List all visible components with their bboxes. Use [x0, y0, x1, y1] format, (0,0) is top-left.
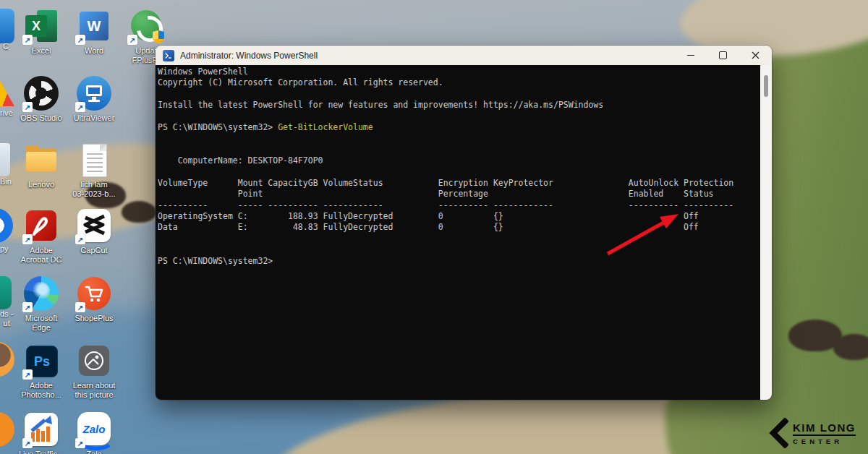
shortcut-arrow-icon: ↗	[22, 102, 33, 112]
desktop-icon-ultraviewer[interactable]: ↗ UltraViewer	[67, 76, 122, 123]
shortcut-arrow-icon: ↗	[22, 438, 33, 448]
desktop-icon-adobe-acrobat[interactable]: ↗ Adobe Acrobat DC	[14, 208, 69, 265]
traffic-chart-icon: ↗	[24, 412, 59, 447]
word-icon: W ↗	[77, 9, 111, 43]
shortcut-arrow-icon: ↗	[22, 35, 33, 45]
desktop-icon-microsoft-edge[interactable]: ↗ Microsoft Edge	[14, 276, 69, 333]
icon-label: Microsoft Edge	[25, 314, 58, 333]
shortcut-arrow-icon: ↗	[75, 102, 85, 112]
icon-label: OBS Studio	[20, 113, 61, 123]
shortcut-arrow-icon: ↗	[127, 35, 137, 45]
icon-label: Learn about this picture	[73, 381, 116, 400]
excel-icon: X ↗	[24, 9, 59, 43]
logo-divider	[793, 434, 856, 436]
bison-shape	[833, 334, 868, 360]
desktop-icon-adobe-photoshop[interactable]: Ps ↗ Adobe Photosho...	[14, 343, 69, 400]
maximize-icon	[719, 51, 727, 59]
icon-label: Excel	[32, 46, 51, 56]
icon-label: Adobe Photosho...	[21, 381, 61, 400]
shortcut-arrow-icon: ↗	[75, 234, 85, 244]
powershell-icon	[163, 50, 174, 61]
scrollbar-track[interactable]	[760, 65, 772, 400]
desktop-icon-obs-studio[interactable]: ↗ OBS Studio	[14, 76, 69, 123]
ultraviewer-icon: ↗	[77, 76, 111, 111]
bison-shape	[122, 201, 156, 223]
partial-desktop-icon[interactable]	[0, 9, 14, 43]
capcut-icon: ↗	[77, 208, 111, 243]
window-title: Administrator: Windows PowerShell	[180, 51, 318, 61]
recycle-bin-icon[interactable]	[0, 143, 10, 176]
maximize-button[interactable]	[707, 46, 739, 65]
icon-label: Word	[85, 46, 103, 56]
shortcut-arrow-icon: ↗	[22, 369, 33, 380]
adobe-acrobat-icon: ↗	[24, 208, 59, 243]
icon-label: Live Traffic...	[19, 450, 64, 454]
partial-icon-label: C	[3, 42, 9, 51]
close-button[interactable]	[739, 46, 772, 65]
shortcut-arrow-icon: ↗	[22, 234, 33, 244]
minimize-button[interactable]	[674, 46, 707, 65]
icon-label: ShopePlus	[75, 314, 113, 323]
partial-icon-label: ds - ut	[0, 309, 13, 328]
shortcut-arrow-icon: ↗	[75, 302, 85, 312]
minimize-icon	[687, 55, 694, 56]
microsoft-edge-icon: ↗	[24, 276, 59, 311]
close-icon	[752, 51, 760, 59]
partial-desktop-icon[interactable]	[0, 276, 12, 309]
icon-label: lịch làm 03-2023-b...	[72, 180, 115, 199]
powershell-window: Administrator: Windows PowerShell Window…	[156, 46, 772, 400]
update-sync-icon: ↗	[129, 9, 163, 43]
desktop-icon-capcut[interactable]: ↗ CapCut	[67, 208, 122, 255]
obs-studio-icon: ↗	[24, 76, 59, 111]
shortcut-arrow-icon: ↗	[22, 302, 33, 312]
shopping-cart-icon: ↗	[77, 276, 111, 311]
scrollbar-thumb[interactable]	[764, 75, 768, 97]
logo-chevron-icon	[768, 418, 788, 448]
desktop-icon-live-traffic[interactable]: ↗ Live Traffic...	[14, 412, 69, 454]
icon-label: Adobe Acrobat DC	[21, 246, 62, 265]
uac-shield-icon	[152, 30, 165, 44]
desktop-icon-lenovo-folder[interactable]: Lenovo	[14, 142, 69, 189]
icon-label: UltraViewer	[74, 113, 115, 123]
console-output[interactable]: Windows PowerShellCopyright (C) Microsof…	[156, 65, 760, 400]
picture-info-icon	[77, 343, 111, 378]
logo-line1: KIM LONG	[793, 421, 856, 434]
desktop-icon-learn-about-picture[interactable]: Learn about this picture	[67, 343, 122, 400]
desktop-icon-shopeplus[interactable]: ↗ ShopePlus	[67, 276, 122, 323]
partial-icon-label: Bin	[0, 177, 12, 187]
document-icon	[77, 142, 111, 177]
zalo-icon: Zalo ↗	[77, 412, 111, 447]
partial-icon-label: rive	[0, 108, 13, 118]
icon-label: Lenovo	[28, 180, 54, 189]
desktop-icon-excel[interactable]: X ↗ Excel	[14, 9, 69, 56]
window-titlebar[interactable]: Administrator: Windows PowerShell	[156, 46, 772, 65]
shortcut-arrow-icon: ↗	[75, 438, 85, 448]
desktop-icon-zalo[interactable]: Zalo ↗ Zalo	[67, 412, 122, 454]
desktop-icon-document[interactable]: lịch làm 03-2023-b...	[67, 142, 122, 199]
icon-label: CapCut	[80, 246, 107, 255]
adobe-photoshop-icon: Ps ↗	[24, 343, 59, 378]
desktop-icon-word[interactable]: W ↗ Word	[67, 9, 122, 56]
logo-line2: CENTER	[793, 437, 856, 445]
kim-long-center-logo: KIM LONG CENTER	[768, 418, 856, 448]
partial-icon-label: py	[0, 244, 9, 254]
shortcut-arrow-icon: ↗	[75, 35, 85, 45]
folder-icon	[24, 142, 59, 177]
